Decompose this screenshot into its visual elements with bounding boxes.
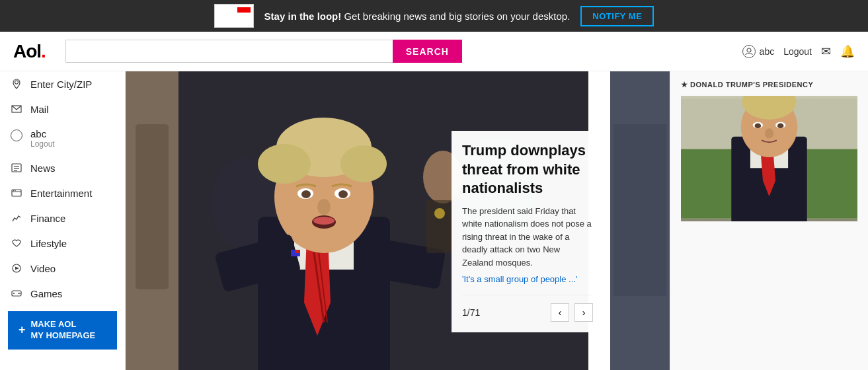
header-right: abc Logout ✉ 🔔 — [742, 44, 855, 59]
svg-point-0 — [747, 48, 751, 52]
header-logout[interactable]: Logout — [783, 46, 812, 57]
search-button[interactable]: SEARCH — [393, 40, 462, 63]
search-wrapper: SEARCH — [65, 40, 462, 63]
header-user: abc — [742, 45, 775, 58]
card-navigation: 1/71 ‹ › — [462, 295, 593, 322]
trump-presidency-image — [681, 96, 857, 221]
svg-point-10 — [15, 190, 16, 192]
sidebar-item-games[interactable]: Games — [0, 281, 125, 306]
card-counter: 1/71 — [462, 307, 480, 318]
svg-point-32 — [340, 145, 387, 182]
sidebar-user-info: abc Logout — [30, 128, 55, 149]
games-icon — [11, 287, 22, 299]
video-icon — [11, 262, 22, 274]
trump-presidency-header: ★ DONALD TRUMP'S PRESIDENCY — [681, 81, 857, 89]
sidebar-label-mail: Mail — [30, 104, 49, 115]
sidebar-item-lifestyle[interactable]: Lifestyle — [0, 231, 125, 256]
entertainment-icon — [11, 187, 22, 199]
sidebar-item-entertainment[interactable]: Entertainment — [0, 180, 125, 205]
card-description: The president said Friday that white nat… — [462, 205, 593, 270]
sidebar-item-finance[interactable]: Finance — [0, 205, 125, 231]
sidebar-label-video: Video — [30, 263, 56, 274]
make-homepage-line2: MY HOMEPAGE — [31, 330, 96, 342]
bell-icon[interactable]: 🔔 — [840, 44, 855, 59]
card-next-button[interactable]: › — [574, 303, 593, 322]
svg-point-59 — [777, 124, 784, 129]
mail-sidebar-icon — [11, 103, 22, 115]
notify-text-normal: Get breaking news and big stories on you… — [344, 11, 570, 22]
news-icon — [11, 162, 22, 174]
hero-left-image — [126, 71, 178, 370]
mail-icon[interactable]: ✉ — [821, 44, 831, 59]
sidebar-label-news: News — [30, 163, 56, 174]
svg-point-17 — [19, 293, 20, 294]
trump-presidency-label: ★ DONALD TRUMP'S PRESIDENCY — [681, 81, 813, 89]
notify-bar-image — [214, 4, 254, 28]
svg-point-16 — [18, 293, 19, 294]
svg-rect-19 — [136, 124, 169, 289]
card-link[interactable]: 'It's a small group of people ...' — [462, 274, 593, 284]
make-homepage-text: MAKE AOL MY HOMEPAGE — [31, 319, 96, 342]
sidebar: Enter City/ZIP Mail abc Logout News — [0, 71, 126, 370]
card-title: Trump downplays threat from white nation… — [462, 141, 593, 198]
sidebar-user-block: abc Logout — [0, 122, 125, 155]
main-layout: Enter City/ZIP Mail abc Logout News — [0, 71, 868, 370]
sidebar-item-video[interactable]: Video — [0, 256, 125, 281]
notify-bar: Stay in the loop! Get breaking news and … — [0, 0, 868, 32]
sidebar-label-finance: Finance — [30, 213, 65, 224]
hero-right-image — [610, 71, 670, 370]
hero-section: Trump downplays threat from white nation… — [126, 71, 670, 370]
sidebar-username: abc — [30, 128, 55, 139]
sidebar-logout[interactable]: Logout — [30, 139, 55, 149]
right-panel: ★ DONALD TRUMP'S PRESIDENCY — [670, 71, 868, 370]
finance-icon — [11, 212, 22, 224]
svg-point-46 — [434, 208, 445, 219]
make-homepage-plus: + — [19, 323, 26, 337]
sidebar-label-city-zip: Enter City/ZIP — [30, 79, 92, 90]
lifestyle-icon — [11, 237, 22, 249]
aol-logo: Aol. — [13, 41, 46, 62]
svg-point-58 — [755, 124, 762, 129]
header-username: abc — [760, 46, 775, 57]
make-homepage-button[interactable]: + MAKE AOL MY HOMEPAGE — [8, 311, 117, 350]
sidebar-label-entertainment: Entertainment — [30, 188, 92, 199]
sidebar-item-city-zip[interactable]: Enter City/ZIP — [0, 71, 125, 96]
content-area: Trump downplays threat from white nation… — [126, 71, 670, 370]
svg-marker-12 — [15, 267, 19, 270]
svg-rect-43 — [296, 250, 300, 253]
hero-overlay-card: Trump downplays threat from white nation… — [452, 131, 604, 332]
svg-rect-48 — [613, 124, 666, 296]
header: Aol. SEARCH abc Logout ✉ 🔔 — [0, 32, 868, 71]
sidebar-label-lifestyle: Lifestyle — [30, 238, 67, 249]
svg-point-35 — [301, 190, 311, 198]
notify-me-button[interactable]: NOTIFY ME — [580, 6, 654, 26]
svg-point-37 — [317, 199, 331, 215]
card-arrows: ‹ › — [551, 303, 593, 322]
sidebar-item-mail[interactable]: Mail — [0, 96, 125, 122]
search-input[interactable] — [65, 40, 393, 63]
make-homepage-line1: MAKE AOL — [31, 319, 96, 330]
trump-presidency-section: ★ DONALD TRUMP'S PRESIDENCY — [670, 71, 868, 231]
sidebar-item-news[interactable]: News — [0, 155, 125, 180]
notify-text: Stay in the loop! Get breaking news and … — [264, 11, 571, 22]
sidebar-user-icon — [11, 130, 22, 141]
svg-point-60 — [765, 128, 773, 138]
svg-point-39 — [313, 217, 335, 225]
sidebar-label-games: Games — [30, 288, 62, 299]
location-icon — [11, 78, 22, 90]
user-icon — [742, 45, 756, 58]
svg-point-36 — [338, 190, 348, 198]
svg-point-1 — [15, 81, 19, 84]
card-prev-button[interactable]: ‹ — [551, 303, 569, 322]
svg-point-31 — [258, 144, 311, 184]
notify-text-strong: Stay in the loop! — [264, 11, 342, 22]
svg-point-9 — [13, 190, 15, 192]
